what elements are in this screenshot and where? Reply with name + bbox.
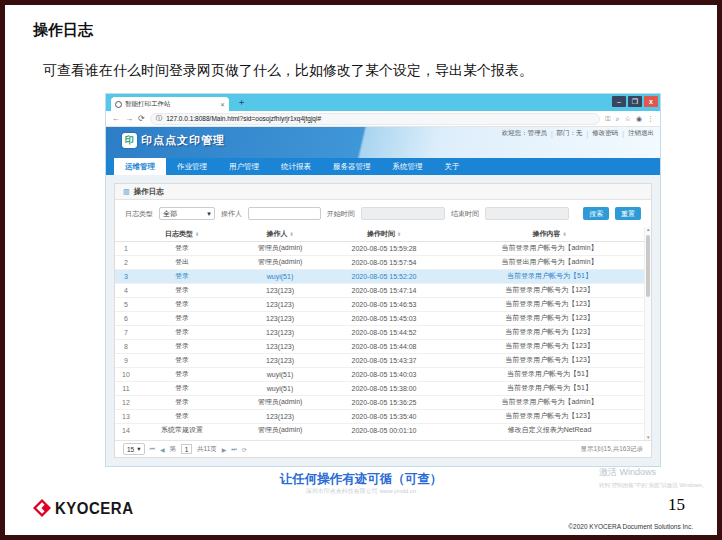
sort-icon[interactable]: ⬍ xyxy=(195,231,199,237)
cell-num: 9 xyxy=(115,353,137,367)
close-button[interactable]: x xyxy=(644,96,658,107)
table-row[interactable]: 1登录管理员(admin)2020-08-05 15:59:28当前登录用户帐号… xyxy=(115,241,651,255)
nav-tab-6[interactable]: 系统管理 xyxy=(382,158,434,175)
cell-type: 登录 xyxy=(137,241,227,255)
browser-tab[interactable]: 智能打印工作站 ✕ xyxy=(111,97,229,111)
table-row[interactable]: 3登录wuyi(51)2020-08-05 15:52:20当前登录用户帐号为【… xyxy=(115,269,651,283)
column-header-3[interactable]: 操作时间⬍ xyxy=(333,227,435,241)
scroll-down-icon[interactable]: ▼ xyxy=(646,435,650,440)
nav-tab-3[interactable]: 用户管理 xyxy=(218,158,270,175)
url-field[interactable]: ⓘ 127.0.0.1:8088/Main.html?sid=oosojzfhi… xyxy=(150,113,601,125)
column-header-2[interactable]: 操作人⬍ xyxy=(227,227,333,241)
page-number: 15 xyxy=(668,495,685,515)
nav-tab-1[interactable]: 运维管理 xyxy=(114,158,166,175)
cell-content: 当前登录用户帐号为【123】 xyxy=(435,353,651,367)
web-page: 欢迎您：管理员 | 部门：无 | 修改密码 | 注销退出 印 印点点文印管理 运… xyxy=(106,127,660,466)
forward-icon[interactable]: → xyxy=(125,114,133,123)
cell-op: 管理员(admin) xyxy=(227,423,333,437)
table-row[interactable]: 7登录123(123)2020-08-05 15:44:52当前登录用户帐号为【… xyxy=(115,325,651,339)
cell-type: 登录 xyxy=(137,283,227,297)
cell-num: 10 xyxy=(115,367,137,381)
cell-op: 管理员(admin) xyxy=(227,255,333,269)
table-row[interactable]: 13登录123(123)2020-08-05 15:35:40当前登录用户帐号为… xyxy=(115,409,651,423)
table-row[interactable]: 2登出管理员(admin)2020-08-05 15:57:54当前登出用户帐号… xyxy=(115,255,651,269)
content-area: ▥ 操作日志 日志类型 全部 ▾ 操作人 开始时间 结束时间 xyxy=(106,175,660,466)
next-page-icon[interactable]: ▶ xyxy=(222,446,227,453)
nav-tab-7[interactable]: 关于 xyxy=(434,158,471,175)
chevron-down-icon: ▾ xyxy=(207,210,211,218)
column-header-label: 操作人 xyxy=(266,230,287,237)
sort-icon[interactable]: ⬍ xyxy=(562,231,566,237)
nav-bar: 运维管理作业管理用户管理统计报表服务器管理系统管理关于 xyxy=(106,158,660,175)
minimize-button[interactable]: – xyxy=(612,96,626,107)
table-row[interactable]: 12登录管理员(admin)2020-08-05 15:36:25当前登录用户帐… xyxy=(115,395,651,409)
page-size-select[interactable]: 15 ▾ xyxy=(123,443,145,455)
cell-content: 当前登录用户帐号为【123】 xyxy=(435,283,651,297)
cell-op: wuyi(51) xyxy=(227,381,333,395)
cell-content: 当前登录用户帐号为【51】 xyxy=(435,367,651,381)
browser-menu-icon[interactable]: ⋮ xyxy=(647,115,654,123)
back-icon[interactable]: ← xyxy=(112,114,120,123)
prev-page-icon[interactable]: ◀ xyxy=(160,446,165,453)
last-page-icon[interactable]: ⏭ xyxy=(231,446,236,453)
cell-op: wuyi(51) xyxy=(227,367,333,381)
table-row[interactable]: 11登录wuyi(51)2020-08-05 15:38:00当前登录用户帐号为… xyxy=(115,381,651,395)
new-tab-button[interactable]: ＋ xyxy=(237,96,246,109)
bookmark-star-icon[interactable]: ☆ xyxy=(625,115,631,123)
page-number-input[interactable]: 1 xyxy=(181,444,192,454)
column-header-4[interactable]: 操作内容⬍ xyxy=(435,227,651,241)
reload-icon[interactable]: ⟳ xyxy=(242,446,247,453)
refresh-icon[interactable]: ⟳ xyxy=(138,114,145,123)
info-icon[interactable]: ⓘ xyxy=(156,114,163,123)
table-row[interactable]: 5登录123(123)2020-08-05 15:46:53当前登录用户帐号为【… xyxy=(115,297,651,311)
sort-icon[interactable]: ⬍ xyxy=(397,231,401,237)
key-icon[interactable]: ⚿ xyxy=(605,115,610,123)
start-time-label: 开始时间 xyxy=(327,209,355,219)
end-time-input[interactable] xyxy=(485,207,569,220)
browser-tabbar: 智能打印工作站 ✕ ＋ – ❐ x xyxy=(106,94,660,111)
nav-tab-4[interactable]: 统计报表 xyxy=(270,158,322,175)
start-time-input[interactable] xyxy=(361,207,445,220)
page-size-value: 15 xyxy=(127,446,134,453)
maximize-button[interactable]: ❐ xyxy=(628,96,642,107)
pagination-bar: 15 ▾ ⏮ ◀ 第 1 共11页 ▶ ⏭ ⟳ 显示1到15,共163记录 xyxy=(115,440,651,457)
operator-label: 操作人 xyxy=(221,209,242,219)
table-row[interactable]: 9登录123(123)2020-08-05 15:43:37当前登录用户帐号为【… xyxy=(115,353,651,367)
nav-tab-2[interactable]: 作业管理 xyxy=(166,158,218,175)
tab-close-icon[interactable]: ✕ xyxy=(220,101,225,108)
url-text: 127.0.0.1:8088/Main.html?sid=oosojzfhiyr… xyxy=(166,115,321,122)
cell-content: 当前登录用户帐号为【123】 xyxy=(435,339,651,353)
log-type-value: 全部 xyxy=(163,209,177,219)
reset-button[interactable]: 重置 xyxy=(615,207,641,220)
operator-input[interactable] xyxy=(248,207,321,220)
scrollbar-thumb[interactable] xyxy=(646,235,650,297)
logout-link[interactable]: 注销退出 xyxy=(628,129,654,138)
address-bar: ← → ⟳ ⓘ 127.0.0.1:8088/Main.html?sid=oos… xyxy=(106,111,660,127)
divider: | xyxy=(587,130,589,137)
slide: 操作日志 可查看谁在什么时间登录网页做了什么，比如修改了某个设定，导出某个报表。… xyxy=(0,0,722,540)
nav-tab-5[interactable]: 服务器管理 xyxy=(322,158,382,175)
table-row[interactable]: 10登录wuyi(51)2020-08-05 15:40:03当前登录用户帐号为… xyxy=(115,367,651,381)
pagination-summary: 显示1到15,共163记录 xyxy=(581,445,644,454)
change-password-link[interactable]: 修改密码 xyxy=(592,129,618,138)
table-row[interactable]: 8登录123(123)2020-08-05 15:44:08当前登录用户帐号为【… xyxy=(115,339,651,353)
cell-content: 当前登录用户帐号为【123】 xyxy=(435,325,651,339)
scroll-up-icon[interactable]: ▲ xyxy=(646,227,650,232)
vertical-scrollbar[interactable]: ▲ ▼ xyxy=(644,227,651,440)
column-header-1[interactable]: 日志类型⬍ xyxy=(137,227,227,241)
app-logo-text: 印点点文印管理 xyxy=(141,133,225,148)
cell-time: 2020-08-05 15:46:53 xyxy=(333,297,435,311)
kyocera-logo: KYOCERA xyxy=(33,499,134,517)
cell-num: 6 xyxy=(115,311,137,325)
table-row[interactable]: 4登录123(123)2020-08-05 15:47:14当前登录用户帐号为【… xyxy=(115,283,651,297)
profile-avatar-icon[interactable]: ◉ xyxy=(636,115,642,123)
cell-op: 123(123) xyxy=(227,283,333,297)
sort-icon[interactable]: ⬍ xyxy=(289,231,293,237)
cell-time: 2020-08-05 00:01:10 xyxy=(333,423,435,437)
log-type-select[interactable]: 全部 ▾ xyxy=(159,207,215,220)
first-page-icon[interactable]: ⏮ xyxy=(150,446,155,453)
table-row[interactable]: 6登录123(123)2020-08-05 15:45:03当前登录用户帐号为【… xyxy=(115,311,651,325)
search-button[interactable]: 搜索 xyxy=(583,207,609,220)
zoom-icon[interactable]: ⌕ xyxy=(616,115,620,123)
table-row[interactable]: 14系统常规设置管理员(admin)2020-08-05 00:01:10修改自… xyxy=(115,423,651,437)
